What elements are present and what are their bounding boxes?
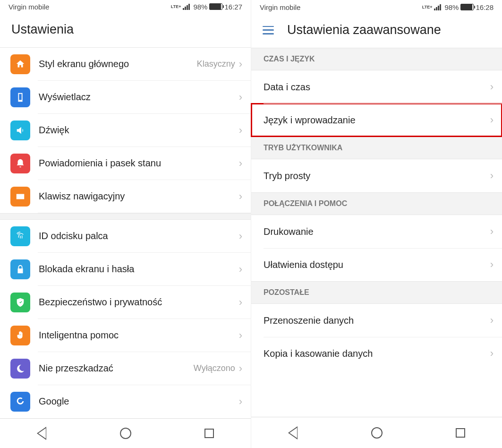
carrier-label: Virgin mobile [9, 3, 49, 11]
chevron-right-icon: › [239, 296, 242, 309]
settings-row-simple[interactable]: Tryb prosty› [251, 159, 502, 192]
settings-row-datetime[interactable]: Data i czas› [251, 70, 502, 103]
clock: 16:28 [476, 3, 493, 11]
settings-list: Styl ekranu głównegoKlasyczny›Wyświetlac… [0, 48, 251, 418]
chevron-right-icon: › [490, 170, 493, 182]
battery-percent: 98% [193, 3, 207, 11]
row-label: Język i wprowadzanie [264, 115, 490, 126]
settings-row-lock[interactable]: Blokada ekranu i hasła› [0, 253, 251, 286]
page-title: Ustawienia zaawansowane [287, 23, 441, 37]
google-icon [10, 392, 30, 412]
row-label: Wyświetlacz [39, 92, 239, 103]
battery-icon [209, 3, 222, 10]
settings-row-backup[interactable]: Kopia i kasowanie danych› [251, 337, 502, 370]
moon-icon [10, 359, 30, 379]
shield-icon [10, 293, 30, 312]
row-value: Klasyczny [197, 59, 235, 69]
row-label: Bezpieczeństwo i prywatność [39, 297, 239, 308]
row-label: Tryb prosty [264, 171, 490, 181]
row-label: Drukowanie [264, 226, 490, 237]
settings-row-finger[interactable]: ID odcisku palca› [0, 220, 251, 253]
chevron-right-icon: › [490, 114, 493, 126]
chevron-right-icon: › [239, 230, 242, 242]
section-header: POZOSTAŁE [251, 281, 502, 304]
fingerprint-icon [10, 226, 30, 246]
row-label: Data i czas [264, 82, 490, 93]
row-label: Ułatwienia dostępu [264, 259, 490, 270]
chevron-right-icon: › [239, 396, 242, 408]
signal-icon [434, 4, 442, 10]
page-header: Ustawienia [0, 14, 251, 47]
settings-row-notif[interactable]: Powiadomienia i pasek stanu› [0, 147, 251, 180]
row-label: ID odcisku palca [39, 231, 239, 241]
home-icon [10, 54, 30, 74]
chevron-right-icon: › [239, 91, 242, 103]
lock-icon [10, 259, 30, 279]
chevron-right-icon: › [490, 258, 493, 271]
section-header: POŁĄCZENIA I POMOC [251, 192, 502, 215]
sound-icon [10, 121, 30, 140]
home-button[interactable] [370, 426, 383, 439]
chevron-right-icon: › [239, 190, 242, 203]
signal-icon [183, 3, 191, 10]
chevron-right-icon: › [239, 329, 242, 342]
settings-screen-right: Virgin mobile LTE+ 98% 16:28 Ustawienia … [251, 0, 502, 448]
settings-row-google[interactable]: Google› [0, 385, 251, 418]
home-button[interactable] [119, 427, 132, 440]
keyboard-icon [10, 187, 30, 207]
chevron-right-icon: › [239, 58, 242, 70]
settings-row-display[interactable]: Wyświetlacz› [0, 81, 251, 114]
advanced-settings-list: CZAS I JĘZYKData i czas›Język i wprowadz… [251, 48, 502, 370]
settings-screen-left: Virgin mobile LTE+ 98% 16:27 Ustawienia … [0, 0, 251, 448]
status-bar: Virgin mobile LTE+ 98% 16:27 [0, 0, 251, 14]
battery-icon [460, 4, 474, 10]
chevron-right-icon: › [239, 362, 242, 375]
carrier-label: Virgin mobile [260, 3, 300, 11]
row-value: Wyłączono [194, 363, 235, 373]
page-header: Ustawienia zaawansowane [251, 14, 502, 48]
section-header: CZAS I JĘZYK [251, 48, 502, 70]
chevron-right-icon: › [239, 263, 242, 276]
chevron-right-icon: › [490, 81, 493, 93]
chevron-right-icon: › [490, 314, 493, 327]
settings-row-smart[interactable]: Inteligentna pomoc› [0, 319, 251, 352]
row-label: Inteligentna pomoc [39, 330, 239, 341]
settings-row-homestyle[interactable]: Styl ekranu głównegoKlasyczny› [0, 48, 251, 81]
row-label: Dźwięk [39, 125, 239, 136]
nav-bar [0, 418, 251, 448]
settings-row-dnd[interactable]: Nie przeszkadzaćWyłączono› [0, 352, 251, 385]
display-icon [10, 87, 30, 107]
settings-row-sound[interactable]: Dźwięk› [0, 114, 251, 147]
recent-button[interactable] [454, 426, 467, 439]
row-label: Klawisz nawigacyjny [39, 191, 239, 202]
back-button[interactable] [287, 426, 300, 439]
row-label: Kopia i kasowanie danych [264, 348, 490, 359]
chevron-right-icon: › [490, 347, 493, 360]
settings-row-navkey[interactable]: Klawisz nawigacyjny› [0, 180, 251, 213]
row-label: Przenoszenie danych [264, 315, 490, 326]
lte-icon: LTE+ [422, 5, 433, 9]
row-label: Styl ekranu głównego [39, 59, 197, 69]
menu-icon[interactable] [263, 26, 274, 34]
settings-row-lang[interactable]: Język i wprowadzanie› [251, 103, 502, 137]
hand-icon [10, 326, 30, 345]
section-header: TRYB UŻYTKOWNIKA [251, 137, 502, 159]
row-label: Google [39, 396, 239, 407]
row-label: Blokada ekranu i hasła [39, 264, 239, 275]
back-button[interactable] [35, 427, 49, 440]
settings-row-security[interactable]: Bezpieczeństwo i prywatność› [0, 286, 251, 319]
bell-icon [10, 154, 30, 173]
status-bar: Virgin mobile LTE+ 98% 16:28 [251, 0, 502, 14]
lte-icon: LTE+ [171, 5, 181, 9]
battery-percent: 98% [444, 3, 459, 11]
chevron-right-icon: › [239, 157, 242, 170]
clock: 16:27 [224, 3, 242, 11]
chevron-right-icon: › [490, 225, 493, 238]
settings-row-transfer[interactable]: Przenoszenie danych› [251, 304, 502, 337]
settings-row-print[interactable]: Drukowanie› [251, 215, 502, 248]
chevron-right-icon: › [239, 124, 242, 137]
nav-bar [251, 417, 502, 448]
row-label: Nie przeszkadzać [39, 363, 194, 374]
recent-button[interactable] [203, 427, 216, 440]
settings-row-access[interactable]: Ułatwienia dostępu› [251, 248, 502, 281]
